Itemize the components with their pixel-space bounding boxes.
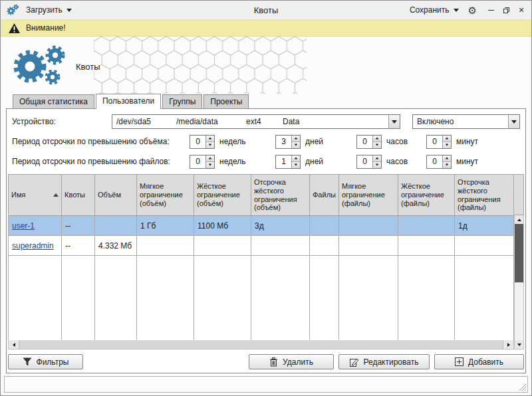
hexagon-pattern (94, 37, 307, 94)
table-cell (398, 236, 455, 256)
quota-status-value: Включено (417, 117, 454, 126)
spinner-files-hours[interactable]: 0 (356, 155, 382, 169)
horizontal-scrollbar-thumb[interactable] (19, 340, 503, 349)
dropdown-arrow-icon[interactable] (388, 115, 400, 128)
unit-label: дней (305, 157, 332, 166)
column-header-soft-limit-volume[interactable]: Мягкое ограничение (объём) (137, 175, 194, 216)
resize-grip[interactable] (519, 383, 527, 391)
spin-down-icon[interactable] (292, 162, 300, 168)
scroll-right-icon[interactable] (503, 340, 513, 349)
grace-volume-row: Период отсрочки по превышению объёма: 0 … (12, 134, 520, 149)
horizontal-scrollbar[interactable] (8, 340, 514, 349)
table-row-user-1[interactable]: user-1 -- 1 Гб 1100 Мб 3д 1д (9, 216, 515, 236)
spinner-volume-hours[interactable]: 0 (356, 135, 382, 149)
spinner-volume-minutes[interactable]: 0 (426, 135, 452, 149)
device-select[interactable]: /dev/sda5 /media/data ext4 Data (112, 114, 400, 129)
spin-down-icon[interactable] (206, 142, 214, 148)
spinner-files-days[interactable]: 1 (275, 155, 301, 169)
save-menu-button[interactable]: Сохранить (408, 4, 461, 16)
scroll-left-icon[interactable] (9, 340, 19, 349)
actions-row: Фильтры Удалить Редактировать (8, 354, 524, 369)
spin-up-icon[interactable] (373, 136, 381, 142)
column-header-name[interactable]: Имя (9, 175, 62, 216)
user-link[interactable]: user-1 (12, 221, 35, 231)
column-header-hard-limit-volume[interactable]: Жёсткое ограничение (объём) (194, 175, 251, 216)
column-header-quotas[interactable]: Квоты (62, 175, 95, 216)
spin-up-icon[interactable] (292, 136, 300, 142)
tab-projects[interactable]: Проекты (203, 94, 249, 108)
table-cell (310, 236, 339, 256)
unit-label: часов (386, 137, 416, 146)
tab-general-stats[interactable]: Общая статистика (13, 94, 94, 108)
spinner-files-minutes[interactable]: 0 (426, 155, 452, 169)
sort-ascending-icon (53, 193, 59, 197)
spinner-volume-weeks[interactable]: 0 (190, 135, 215, 149)
window-controls: × (486, 5, 526, 15)
grace-volume-label: Период отсрочки по превышению объёма: (12, 137, 190, 146)
quota-status-select[interactable]: Включено (412, 114, 520, 129)
spin-down-icon[interactable] (443, 162, 451, 168)
spinner-volume-days[interactable]: 3 (275, 135, 301, 149)
tab-users[interactable]: Пользователи (96, 94, 161, 109)
table-empty-area (9, 256, 515, 340)
tab-groups[interactable]: Группы (162, 94, 202, 108)
vertical-scrollbar-track[interactable] (515, 282, 523, 340)
add-button[interactable]: Добавить (434, 354, 524, 369)
restore-button[interactable] (501, 5, 511, 15)
chevron-down-icon (66, 9, 72, 12)
table-cell (95, 216, 137, 236)
edit-button[interactable]: Редактировать (338, 354, 430, 369)
device-label: Устройство: (12, 117, 112, 126)
column-header-files[interactable]: Файлы (310, 175, 339, 216)
column-header-hard-limit-files[interactable]: Жёсткое ограничение (файлы) (398, 175, 455, 216)
delete-button[interactable]: Удалить (249, 354, 334, 369)
spinner-files-weeks[interactable]: 0 (190, 155, 215, 169)
spin-up-icon[interactable] (443, 155, 451, 162)
device-value: /dev/sda5 /media/data ext4 Data (112, 115, 388, 128)
vertical-scrollbar[interactable] (514, 215, 524, 349)
settings-gear-icon[interactable]: ⚙ (468, 5, 477, 15)
spin-up-icon[interactable] (292, 155, 300, 162)
table-cell (398, 216, 455, 236)
table-cell: 1 Гб (137, 216, 194, 236)
table-cell: -- (62, 236, 95, 256)
restore-icon (503, 7, 510, 14)
table-cell: 3д (251, 216, 310, 236)
vertical-scrollbar-area (514, 174, 524, 349)
titlebar-left: Загрузить (6, 3, 152, 17)
app-window: Загрузить Квоты Сохранить ⚙ × (0, 0, 532, 396)
user-link[interactable]: superadmin (12, 241, 54, 250)
table-cell (251, 236, 310, 256)
status-bar (4, 376, 528, 393)
filters-button[interactable]: Фильтры (8, 354, 83, 369)
table-cell (455, 236, 515, 256)
load-menu-button[interactable]: Загрузить (24, 4, 74, 16)
trash-icon (269, 357, 278, 367)
warning-text: Внимание! (26, 23, 66, 33)
spin-up-icon[interactable] (443, 136, 451, 142)
unit-label: часов (386, 157, 416, 166)
spin-down-icon[interactable] (443, 142, 451, 148)
scroll-up-icon[interactable] (515, 215, 523, 224)
vertical-scrollbar-thumb[interactable] (515, 224, 523, 282)
spin-down-icon[interactable] (373, 162, 381, 168)
spin-up-icon[interactable] (206, 155, 214, 162)
spin-up-icon[interactable] (373, 155, 381, 162)
table-cell (194, 236, 251, 256)
dropdown-arrow-icon[interactable] (508, 115, 519, 128)
filter-funnel-icon (23, 357, 32, 366)
spin-down-icon[interactable] (206, 162, 214, 168)
spin-up-icon[interactable] (206, 136, 214, 142)
spin-down-icon[interactable] (373, 142, 381, 148)
table-cell (339, 216, 398, 236)
table-row-superadmin[interactable]: superadmin -- 4.332 Мб (9, 236, 515, 256)
spin-down-icon[interactable] (292, 142, 300, 148)
close-button[interactable]: × (517, 5, 526, 15)
column-header-volume[interactable]: Объём (95, 175, 137, 216)
column-header-soft-limit-files[interactable]: Мягкое ограничение (файлы) (339, 175, 398, 216)
column-header-grace-files[interactable]: Отсрочка жёсткого ограничения (файлы) (455, 175, 515, 216)
column-header-grace-volume[interactable]: Отсрочка жёсткого ограничения (объём) (251, 175, 310, 216)
minimize-button[interactable] (486, 5, 495, 15)
scroll-down-icon[interactable] (515, 340, 523, 349)
unit-label: минут (456, 137, 478, 146)
